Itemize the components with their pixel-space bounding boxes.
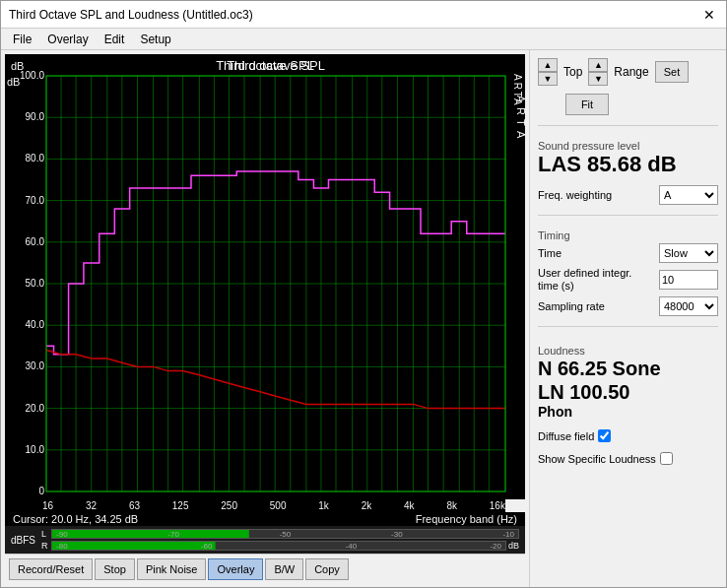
chart-title: Third octave SPL: [5, 54, 525, 75]
ch-L-label: L: [41, 529, 49, 539]
nav-controls: ▲ ▼ Top ▲ ▼ Range Set: [538, 58, 718, 86]
timing-section: Timing Time Fast Slow Impulse User defin…: [538, 226, 718, 316]
range-nav-group: ▲ ▼: [588, 58, 608, 86]
tick-L-5: -10: [502, 530, 514, 539]
diffuse-checkbox[interactable]: [598, 429, 611, 442]
diffuse-row: Diffuse field: [538, 429, 718, 442]
diffuse-label: Diffuse field: [538, 430, 594, 442]
specific-checkbox[interactable]: [660, 452, 673, 465]
right-panel: ▲ ▼ Top ▲ ▼ Range Set Fit Sound pressure…: [529, 50, 726, 587]
x-label-4k: 4k: [404, 500, 415, 511]
x-label-8k: 8k: [446, 500, 457, 511]
time-row: Time Fast Slow Impulse: [538, 243, 718, 263]
spl-canvas: [5, 54, 525, 499]
chart-container: dB Third octave SPL ARTA 16 32 63 125 25…: [5, 54, 525, 583]
menu-bar: File Overlay Edit Setup: [1, 29, 726, 50]
title-bar: Third Octave SPL and Loudness (Untitled.…: [1, 1, 726, 29]
timing-label: Timing: [538, 229, 718, 241]
x-label-1k: 1k: [318, 500, 329, 511]
ln-value: LN 100.50: [538, 380, 718, 404]
tick-L-2: -70: [167, 530, 179, 539]
ch-R-label: R: [41, 541, 49, 551]
x-label-125: 125: [172, 500, 189, 511]
sampling-label: Sampling rate: [538, 300, 605, 312]
buttons-row: Record/Reset Stop Pink Noise Overlay B/W…: [5, 554, 525, 583]
level-bar-R-row: R -80 -60 -40 -20 dB: [41, 541, 519, 551]
dbfs-label: dBFS: [11, 535, 35, 546]
range-nav-label: Range: [614, 65, 648, 79]
overlay-button[interactable]: Overlay: [208, 558, 263, 580]
top-nav-group: ▲ ▼: [538, 58, 558, 86]
n-value: N 66.25 Sone: [538, 357, 718, 380]
x-label-500: 500: [270, 500, 287, 511]
divider-1: [538, 125, 718, 126]
menu-setup[interactable]: Setup: [132, 31, 178, 47]
divider-2: [538, 215, 718, 216]
range-down-button[interactable]: ▼: [588, 72, 608, 86]
x-label-2k: 2k: [362, 500, 372, 511]
fit-row: Fit: [565, 94, 718, 115]
x-label-16: 16: [42, 500, 53, 511]
tick-R-2: -60: [201, 542, 213, 551]
x-label-63: 63: [129, 500, 140, 511]
main-window: Third Octave SPL and Loudness (Untitled.…: [0, 0, 727, 588]
chart-bg: dB Third octave SPL ARTA: [5, 54, 525, 499]
close-button[interactable]: ✕: [700, 6, 718, 24]
bw-button[interactable]: B/W: [265, 558, 303, 580]
x-label-250: 250: [221, 500, 237, 511]
sampling-row: Sampling rate 44100 48000 96000: [538, 296, 718, 316]
level-bars: L -90 -70 -50 -30 -10: [41, 529, 519, 551]
integr-label: User defined integr. time (s): [538, 267, 636, 293]
stop-button[interactable]: Stop: [95, 558, 135, 580]
spl-section: Sound pressure level LAS 85.68 dB: [538, 136, 718, 177]
x-axis: 16 32 63 125 250 500 1k 2k 4k 8k 16k: [5, 499, 505, 512]
freq-band-label: Frequency band (Hz): [416, 513, 517, 525]
tick-L-1: -90: [56, 530, 68, 539]
cursor-info: Cursor: 20.0 Hz, 34.25 dB: [13, 513, 138, 525]
top-up-button[interactable]: ▲: [538, 58, 558, 72]
x-label-32: 32: [86, 500, 97, 511]
time-label: Time: [538, 247, 562, 259]
freq-weighting-select[interactable]: A C Z: [659, 185, 718, 205]
menu-edit[interactable]: Edit: [97, 31, 133, 47]
arta-label: ARTA: [512, 74, 523, 107]
cursor-row: Cursor: 20.0 Hz, 34.25 dB Frequency band…: [5, 512, 525, 526]
freq-weighting-row: Freq. weighting A C Z: [538, 185, 718, 205]
menu-file[interactable]: File: [5, 31, 39, 47]
spl-value: LAS 85.68 dB: [538, 152, 718, 177]
main-content: dB Third octave SPL ARTA 16 32 63 125 25…: [1, 50, 726, 587]
top-down-button[interactable]: ▼: [538, 72, 558, 86]
tick-R-4: -20: [490, 542, 501, 551]
phon-label: Phon: [538, 404, 718, 420]
specific-row: Show Specific Loudness: [538, 452, 718, 465]
level-bar-area: dBFS L -90 -70 -50 -30 -10: [5, 526, 525, 554]
integr-input[interactable]: [659, 270, 718, 290]
specific-label: Show Specific Loudness: [538, 453, 656, 465]
time-select[interactable]: Fast Slow Impulse: [659, 243, 718, 263]
spl-section-label: Sound pressure level: [538, 140, 718, 152]
pink-noise-button[interactable]: Pink Noise: [137, 558, 207, 580]
range-set-button[interactable]: Set: [655, 61, 690, 83]
tick-L-4: -30: [391, 530, 403, 539]
db-right-label: dB: [508, 541, 519, 551]
menu-overlay[interactable]: Overlay: [39, 31, 96, 47]
window-title: Third Octave SPL and Loudness (Untitled.…: [9, 8, 253, 22]
tick-R-3: -40: [346, 542, 358, 551]
divider-3: [538, 326, 718, 327]
copy-button[interactable]: Copy: [305, 558, 349, 580]
range-up-button[interactable]: ▲: [588, 58, 608, 72]
integr-row: User defined integr. time (s): [538, 267, 718, 293]
level-bar-L: -90 -70 -50 -30 -10: [51, 529, 519, 539]
tick-L-3: -50: [280, 530, 292, 539]
level-bar-R: -80 -60 -40 -20: [51, 541, 506, 551]
level-bar-L-row: L -90 -70 -50 -30 -10: [41, 529, 519, 539]
top-nav-label: Top: [563, 65, 582, 79]
freq-weighting-label: Freq. weighting: [538, 189, 612, 201]
loudness-section: Loudness N 66.25 Sone LN 100.50 Phon: [538, 341, 718, 420]
sampling-select[interactable]: 44100 48000 96000: [659, 296, 718, 316]
x-label-16k: 16k: [490, 500, 505, 511]
record-reset-button[interactable]: Record/Reset: [9, 558, 93, 580]
fit-button[interactable]: Fit: [565, 94, 609, 115]
tick-R-1: -80: [56, 542, 68, 551]
loudness-label: Loudness: [538, 345, 718, 357]
